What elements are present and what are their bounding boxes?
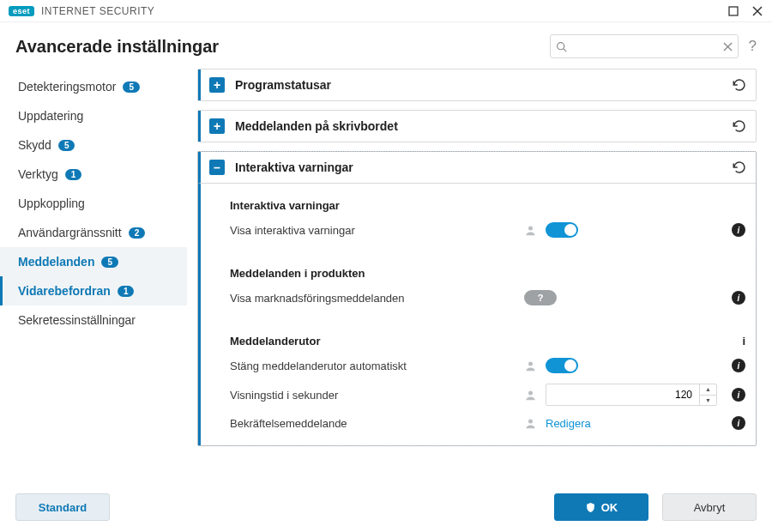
search-field[interactable]	[550, 34, 739, 58]
redigera-link[interactable]: Redigera	[546, 417, 591, 430]
sidebar-item-label: Uppdatering	[18, 109, 83, 123]
user-scope-icon	[524, 417, 537, 430]
brand-logo: eset	[9, 6, 34, 16]
user-scope-icon	[524, 389, 537, 402]
brand: eset INTERNET SECURITY	[9, 5, 154, 17]
expand-icon: +	[209, 118, 225, 134]
info-icon[interactable]: i	[742, 335, 745, 348]
svg-point-4	[528, 390, 533, 395]
sidebar-item-verktyg[interactable]: Verktyg 1	[0, 160, 187, 189]
close-button[interactable]	[750, 3, 765, 19]
footer: Standard OK Avbryt	[0, 482, 772, 532]
svg-rect-0	[729, 7, 738, 15]
revert-icon[interactable]	[732, 118, 747, 134]
sidebar-badge: 2	[129, 227, 146, 239]
toggle-visa-interaktiva[interactable]	[546, 222, 578, 238]
sidebar-item-label: Vidarebefordran	[18, 284, 111, 298]
svg-point-2	[528, 226, 533, 230]
revert-icon[interactable]	[732, 160, 747, 175]
button-label: OK	[601, 501, 618, 514]
maximize-button[interactable]	[726, 3, 741, 19]
setting-row-stang-auto: Stäng meddelanderutor automatiskt i	[201, 353, 756, 378]
sidebar-item-label: Uppkoppling	[18, 196, 85, 210]
setting-label: Visa interaktiva varningar	[230, 224, 524, 237]
user-scope-icon	[524, 360, 537, 372]
cancel-button[interactable]: Avbryt	[662, 493, 757, 521]
help-icon[interactable]: ?	[749, 38, 757, 55]
group-title: Programstatusar	[235, 78, 721, 92]
shield-icon	[585, 502, 596, 513]
info-icon[interactable]: i	[732, 416, 745, 430]
page-title: Avancerade inställningar	[15, 37, 219, 57]
search-input[interactable]	[572, 40, 718, 52]
sidebar-item-label: Skydd	[18, 138, 51, 152]
section-heading: Interaktiva varningar	[201, 190, 756, 217]
spinner-up[interactable]: ▲	[700, 384, 716, 396]
sidebar-badge: 1	[65, 169, 82, 180]
group-programstatusar: + Programstatusar	[197, 69, 757, 101]
svg-point-3	[528, 361, 533, 366]
info-icon[interactable]: i	[732, 388, 745, 402]
setting-label: Visningstid i sekunder	[230, 389, 524, 402]
toggle-marknadsforing-unknown: ?	[524, 290, 557, 305]
revert-icon[interactable]	[732, 77, 747, 93]
visningstid-value[interactable]	[546, 384, 699, 405]
section-heading-text: Meddelanderutor	[230, 335, 721, 348]
setting-row-visa-interaktiva: Visa interaktiva varningar i	[201, 217, 756, 243]
section-heading: Meddelanden i produkten	[201, 258, 756, 285]
button-label: Avbryt	[694, 501, 726, 514]
group-header[interactable]: + Programstatusar	[198, 70, 756, 100]
sidebar-badge: 5	[58, 140, 75, 151]
sidebar-item-label: Meddelanden	[18, 255, 94, 269]
group-header[interactable]: + Meddelanden på skrivbordet	[198, 111, 756, 142]
spinner-down[interactable]: ▼	[700, 396, 716, 406]
titlebar: eset INTERNET SECURITY	[0, 0, 772, 22]
header: Avancerade inställningar ?	[0, 22, 772, 69]
info-icon[interactable]: i	[732, 359, 745, 372]
setting-label: Stäng meddelanderutor automatiskt	[230, 360, 524, 372]
section-heading-meddelanderutor: Meddelanderutor i	[201, 326, 756, 353]
collapse-icon: –	[209, 160, 225, 175]
svg-point-5	[528, 419, 533, 423]
sidebar-item-skydd[interactable]: Skydd 5	[0, 130, 187, 160]
ok-button[interactable]: OK	[554, 493, 648, 521]
group-interaktiva-varningar: – Interaktiva varningar Interaktiva varn…	[197, 151, 757, 446]
button-label: Standard	[39, 501, 87, 514]
sidebar: Detekteringsmotor 5 Uppdatering Skydd 5 …	[0, 69, 187, 522]
main-panel: + Programstatusar + Meddelanden på skriv…	[187, 69, 757, 522]
sidebar-item-detekteringsmotor[interactable]: Detekteringsmotor 5	[0, 72, 187, 101]
setting-label: Bekräftelsemeddelande	[230, 417, 524, 430]
sidebar-badge: 5	[101, 257, 118, 268]
sidebar-item-label: Verktyg	[18, 167, 58, 181]
setting-row-bekraftelse: Bekräftelsemeddelande Redigera i	[201, 411, 756, 435]
sidebar-badge: 5	[123, 82, 140, 93]
sidebar-item-uppdatering[interactable]: Uppdatering	[0, 101, 187, 130]
info-icon[interactable]: i	[732, 223, 745, 237]
group-body: Interaktiva varningar Visa interaktiva v…	[198, 184, 756, 445]
visningstid-input[interactable]: ▲ ▼	[546, 384, 717, 406]
expand-icon: +	[209, 77, 225, 93]
sidebar-item-label: Detekteringsmotor	[18, 80, 116, 94]
svg-point-1	[557, 42, 564, 49]
setting-row-marknadsforing: Visa marknadsföringsmeddelanden ? i	[201, 285, 756, 311]
clear-search-icon[interactable]	[723, 42, 733, 51]
sidebar-item-label: Användargränssnitt	[18, 226, 122, 239]
sidebar-item-label: Sekretessinställningar	[18, 313, 136, 327]
group-meddelanden-skrivbordet: + Meddelanden på skrivbordet	[197, 110, 757, 142]
sidebar-item-vidarebefordran[interactable]: Vidarebefordran 1	[0, 276, 187, 305]
sidebar-item-uppkoppling[interactable]: Uppkoppling	[0, 189, 187, 218]
group-title: Meddelanden på skrivbordet	[235, 119, 721, 133]
window-controls	[726, 3, 765, 19]
search-icon	[556, 41, 567, 52]
group-title: Interaktiva varningar	[235, 160, 721, 174]
brand-product: INTERNET SECURITY	[41, 5, 154, 17]
toggle-stang-auto[interactable]	[546, 358, 578, 373]
sidebar-item-anvandargranssnitt[interactable]: Användargränssnitt 2	[0, 218, 187, 247]
user-scope-icon	[524, 224, 537, 237]
group-header[interactable]: – Interaktiva varningar	[198, 152, 756, 184]
sidebar-item-sekretess[interactable]: Sekretessinställningar	[0, 305, 187, 335]
info-icon[interactable]: i	[732, 291, 745, 305]
sidebar-item-meddelanden[interactable]: Meddelanden 5	[0, 247, 187, 276]
default-button[interactable]: Standard	[15, 493, 110, 521]
setting-label: Visa marknadsföringsmeddelanden	[230, 292, 524, 305]
